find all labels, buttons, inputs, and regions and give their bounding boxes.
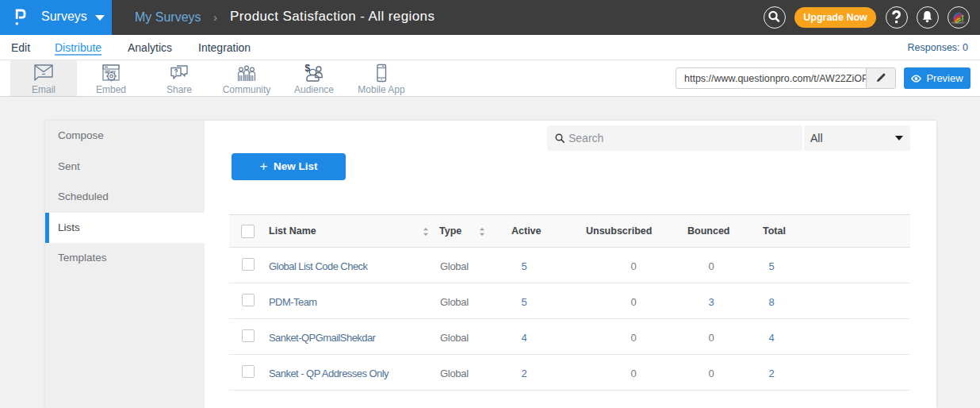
svg-text:$: $ [305, 64, 311, 74]
